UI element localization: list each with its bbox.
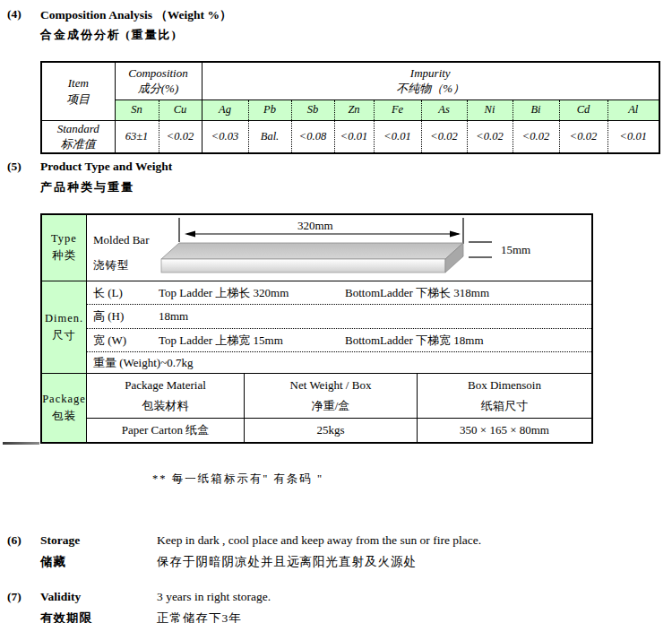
element-symbol: Fe [374, 100, 421, 120]
box-dimension-header: Box Dimensoin 纸箱尺寸 [418, 374, 591, 418]
package-material-en: Package Material [125, 378, 206, 393]
element-value: Bal. [248, 120, 291, 153]
dimension-width-row: 宽 (W) Top Ladder 上梯宽 15mm BottomLadder 下… [87, 329, 591, 352]
composition-label-en: Composition [116, 65, 202, 82]
element-value: <0.02 [159, 120, 202, 153]
item-label-en: Item [42, 75, 115, 91]
type-label-zh: 种类 [52, 248, 76, 264]
composition-label-zh: 成分(%) [116, 81, 202, 97]
dim-label: 宽 (W) [93, 333, 126, 349]
dim-top-value: 18mm [159, 309, 188, 324]
net-weight-value: 25kgs [245, 419, 418, 442]
net-weight-header: Net Weight / Box 净重/盒 [245, 374, 418, 418]
package-label-en: Package [42, 393, 86, 406]
net-weight-zh: 净重/盒 [312, 398, 350, 414]
product-table: Type 种类 Molded Bar 浇铸型 [40, 213, 593, 444]
dim-label: 高 (H) [93, 308, 124, 324]
arrowhead-right-icon [450, 231, 461, 238]
dimension-length-row: 长 (L) Top Ladder 上梯长 320mm BottomLadder … [87, 281, 591, 305]
arrowhead-left-icon [185, 231, 195, 238]
bar-height-label: 15mm [501, 243, 530, 256]
dim-label: 长 (L) [93, 285, 123, 301]
impurity-label-zh: 不纯物（%） [202, 81, 659, 97]
package-row: Package 包装 Package Material 包装材料 Net Wei… [42, 374, 591, 442]
barcode-footnote: ** 每一纸箱标示有" 有条码 " [152, 472, 323, 487]
molded-bar-drawing: 320mm 15mm [87, 215, 594, 280]
element-symbol: As [421, 100, 467, 120]
package-label-zh: 包装 [52, 409, 76, 424]
element-symbol: Ni [467, 100, 513, 120]
section6-text-zh: 保存于阴暗阴凉处并且远离阳光直射及火源处 [157, 554, 417, 570]
element-symbol: Cu [159, 100, 202, 120]
element-symbol: Al [607, 100, 659, 120]
element-symbol: Cd [559, 100, 607, 120]
bar-front-face [161, 259, 445, 273]
item-label-zh: 项目 [42, 91, 115, 108]
composition-header-cell: Composition 成分(%) [115, 62, 202, 100]
dimension-row: Dimen. 尺寸 长 (L) Top Ladder 上梯长 320mm Bot… [42, 281, 591, 374]
element-value: <0.01 [607, 120, 659, 153]
section6-text-en: Keep in dark , cool place and keep away … [157, 533, 481, 548]
package-material-zh: 包装材料 [142, 398, 189, 414]
package-column-headers: Package Material 包装材料 Net Weight / Box 净… [87, 374, 591, 419]
section7-label-en: Validity [40, 590, 81, 604]
element-symbol: Bi [513, 100, 559, 120]
element-value: <0.01 [374, 120, 421, 153]
section7-number: (7) [7, 590, 22, 604]
section6-number: (6) [7, 533, 22, 548]
type-row: Type 种类 Molded Bar 浇铸型 [42, 215, 591, 281]
package-material-value: Paper Carton 纸盒 [87, 419, 245, 442]
spec-document-page: (4) Composition Analysis （Weight %） 合金成份… [0, 0, 672, 623]
section7-text-zh: 正常储存下3年 [157, 610, 242, 623]
dim-bottom-value: BottomLadder 下梯长 318mm [345, 285, 489, 301]
element-value: <0.02 [513, 120, 559, 153]
element-value: <0.02 [559, 120, 607, 153]
section7-text-en: 3 years in right storage. [157, 590, 271, 604]
bar-top-face [161, 243, 463, 259]
section6-label-zh: 储藏 [40, 554, 66, 570]
package-content-cell: Package Material 包装材料 Net Weight / Box 净… [87, 374, 591, 442]
item-header-cell: Item 项目 [41, 62, 115, 120]
type-content-cell: Molded Bar 浇铸型 [87, 215, 591, 281]
element-symbol: Ag [202, 100, 248, 120]
type-label-en: Type [51, 232, 77, 246]
standard-label-zh: 标准值 [42, 136, 115, 152]
net-weight-en: Net Weight / Box [290, 378, 372, 393]
section5-number: (5) [7, 160, 22, 174]
dim-top-value: Top Ladder 上梯宽 15mm [159, 333, 283, 349]
element-symbol: Sb [291, 100, 334, 120]
dimension-weight-row: 重量 (Weight)~0.7kg [87, 352, 591, 373]
element-value: 63±1 [115, 120, 159, 153]
element-value: <0.02 [421, 120, 467, 153]
standard-label-en: Standard [42, 121, 115, 137]
type-header-cell: Type 种类 [42, 215, 87, 281]
dim-bottom-value: BottomLadder 下梯宽 18mm [345, 333, 484, 349]
package-header-cell: Package 包装 [42, 374, 87, 442]
section4-number: (4) [7, 7, 22, 22]
dim-label: 重量 (Weight)~0.7kg [93, 355, 193, 371]
scan-artifact-line [3, 442, 39, 445]
box-dimension-zh: 纸箱尺寸 [481, 398, 528, 414]
section5-title-zh: 产品种类与重量 [40, 179, 134, 195]
composition-table: Item 项目 Composition 成分(%) Impurity 不纯物（%… [40, 61, 660, 154]
bar-length-label: 320mm [297, 219, 333, 232]
dim-top-value: Top Ladder 上梯长 320mm [159, 285, 289, 301]
section7-label-zh: 有效期限 [40, 610, 92, 623]
dimen-label-zh: 尺寸 [52, 328, 76, 343]
section5-title-en: Product Type and Weight [40, 160, 172, 174]
impurity-label-en: Impurity [202, 65, 659, 82]
dimen-label-en: Dimen. [45, 312, 83, 325]
dimension-header-cell: Dimen. 尺寸 [42, 281, 87, 373]
element-value: <0.03 [202, 120, 248, 153]
section4-title-zh: 合金成份分析 (重量比) [40, 27, 177, 43]
package-material-header: Package Material 包装材料 [87, 374, 245, 418]
box-dimension-value: 350 × 165 × 80mm [418, 419, 591, 442]
dimension-content-cell: 长 (L) Top Ladder 上梯长 320mm BottomLadder … [87, 281, 591, 373]
impurity-header-cell: Impurity 不纯物（%） [202, 62, 659, 100]
element-symbol: Pb [248, 100, 291, 120]
dimension-height-row: 高 (H) 18mm [87, 305, 591, 329]
element-value: <0.08 [291, 120, 334, 153]
element-symbol: Zn [334, 100, 374, 120]
element-symbol: Sn [115, 100, 159, 120]
standard-header-cell: Standard 标准值 [41, 120, 115, 153]
